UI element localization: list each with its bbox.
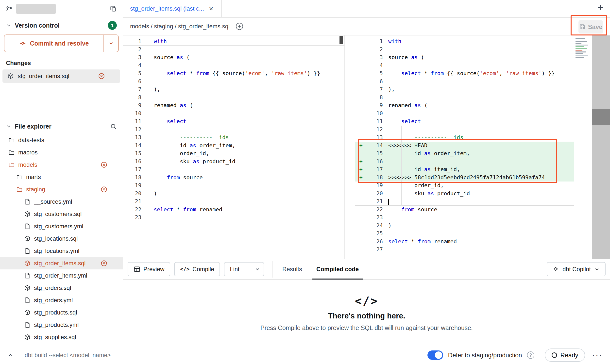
code-line-22[interactable]: 22 from source [355,206,574,214]
code-line-21[interactable]: 21 [123,198,344,206]
changed-file-row[interactable]: stg_order_items.sql [2,69,120,83]
code-line-14[interactable]: +14<<<<<<< HEAD [355,142,574,150]
new-tab-icon[interactable]: + [597,2,604,13]
file-item-stg-products-sql[interactable]: stg_products.sql [0,306,123,319]
editor-scrollbar-track[interactable] [592,35,610,259]
code-line-25[interactable]: 25 [355,230,574,238]
code-line-19[interactable]: 19 [123,182,344,190]
version-control-header[interactable]: Version control 1 [0,18,123,33]
code-line-5[interactable]: 5 select * from {{ source('ecom', 'raw_i… [123,69,344,78]
save-button[interactable]: Save [578,20,603,33]
minimap[interactable] [574,35,592,259]
copy-icon[interactable] [110,5,117,12]
code-line-20[interactable]: 20 sku as product_id [355,190,574,198]
code-line-18[interactable]: +18>>>>>>> 58c1dd23d5eebd9cd2495fa7124ab… [355,174,574,182]
file-item-stg-customers-yml[interactable]: stg_customers.yml [0,220,123,232]
code-line-16[interactable]: +16======= [355,158,574,166]
code-line-14[interactable]: 14 id as order_item, [123,142,344,150]
more-options-icon[interactable]: ··· [592,353,603,357]
code-line-6[interactable]: 6 [123,78,344,86]
code-line-4[interactable]: 4 [355,62,574,70]
code-line-10[interactable]: 10 [355,110,574,118]
commit-options-caret[interactable] [104,35,118,52]
code-line-27[interactable]: 27 [355,246,574,254]
lint-button[interactable]: Lint [224,262,264,276]
preview-button[interactable]: Preview [128,262,170,276]
code-line-19[interactable]: 19 order_id, [355,182,574,190]
editor-pane-left[interactable]: 1with23source as (45 select * from {{ so… [123,35,345,259]
help-icon[interactable]: ? [527,351,534,359]
code-line-7[interactable]: 7), [123,85,344,94]
code-line-26[interactable]: 26select * from renamed [355,238,574,246]
code-text [383,246,388,254]
code-line-5[interactable]: 5 select * from {{ source('ecom', 'raw_i… [355,69,574,78]
code-line-1[interactable]: 1with [123,37,344,46]
code-line-9[interactable]: 9renamed as ( [355,101,574,110]
copilot-badge-icon[interactable] [235,22,244,31]
code-line-12[interactable]: 12 [355,126,574,134]
defer-toggle[interactable] [427,350,443,360]
file-item-marts[interactable]: marts [0,171,123,183]
file-item-stg-locations-sql[interactable]: stg_locations.sql [0,232,123,245]
code-line-6[interactable]: 6 [355,78,574,86]
code-line-3[interactable]: 3source as ( [355,53,574,62]
code-line-4[interactable]: 4 [123,62,344,70]
code-line-18[interactable]: 18 from source [123,174,344,182]
left-pane-scrollbar-thumb[interactable] [339,36,343,44]
command-input[interactable]: dbt build --select <model_name> [25,352,111,359]
code-line-22[interactable]: 22select * from renamed [123,206,344,214]
search-icon[interactable] [110,123,117,130]
code-line-8[interactable]: 8 [123,94,344,102]
file-item-stg-orders-sql[interactable]: stg_orders.sql [0,282,123,294]
tab-results[interactable]: Results [277,259,307,280]
file-item-stg-order-items-sql[interactable]: stg_order_items.sql [0,257,123,269]
file-item-stg-order-items-yml[interactable]: stg_order_items.yml [0,269,123,282]
code-line-9[interactable]: 9renamed as ( [123,101,344,110]
code-line-16[interactable]: 16 sku as product_id [123,158,344,166]
code-line-20[interactable]: 20) [123,190,344,198]
code-line-17[interactable]: 17 [123,165,344,174]
code-line-7[interactable]: 7), [355,85,574,94]
code-line-1[interactable]: 1with [355,37,574,46]
code-line-8[interactable]: 8 [355,94,574,102]
code-line-17[interactable]: +17 id as item_id, [355,165,574,174]
close-tab-icon[interactable]: × [209,5,213,12]
tab-compiled-code[interactable]: Compiled code [311,259,364,280]
ready-status-button[interactable]: Ready [545,348,585,362]
collapse-panel-icon[interactable] [7,352,14,358]
commit-and-resolve-button[interactable]: Commit and resolve [4,34,119,52]
dbt-copilot-button[interactable]: dbt Copilot [547,262,606,276]
code-line-13[interactable]: 13 ---------- ids [123,133,344,142]
file-item-data-tests[interactable]: data-tests [0,134,123,146]
file-item-stg-supplies-sql[interactable]: stg_supplies.sql [0,331,123,343]
code-line-13[interactable]: 13 ---------- ids [355,133,574,142]
file-explorer-header[interactable]: File explorer [0,119,123,134]
code-line-2[interactable]: 2 [123,46,344,54]
file-item-stg-locations-yml[interactable]: stg_locations.yml [0,245,123,257]
editor-pane-right[interactable]: 1with23source as (45 select * from {{ so… [355,35,574,259]
code-line-15[interactable]: 15 order_id, [123,149,344,158]
code-line-15[interactable]: 15 id as order_item, [355,149,574,158]
code-line-10[interactable]: 10 [123,110,344,118]
code-line-3[interactable]: 3source as ( [123,53,344,62]
editor-scrollbar-thumb[interactable] [592,109,610,125]
file-item-models[interactable]: models [0,159,123,171]
lint-options-caret[interactable] [251,263,264,276]
tab-stg-order-items[interactable]: stg_order_items.sql (last c... × [123,0,222,17]
code-line-23[interactable]: 23 [355,214,574,222]
code-line-23[interactable]: 23 [123,214,344,222]
file-item-stg-orders-yml[interactable]: stg_orders.yml [0,294,123,306]
file-item-stg-products-yml[interactable]: stg_products.yml [0,319,123,331]
compile-button[interactable]: </> Compile [174,262,220,276]
file-item--sources-yml[interactable]: __sources.yml [0,196,123,208]
lint-label[interactable]: Lint [224,263,245,276]
code-line-24[interactable]: 24) [355,222,574,230]
file-item-stg-customers-sql[interactable]: stg_customers.sql [0,208,123,220]
code-line-11[interactable]: 11 select [123,117,344,126]
file-item-macros[interactable]: macros [0,146,123,159]
code-line-21[interactable]: 21 [355,198,574,206]
code-line-2[interactable]: 2 [355,46,574,54]
code-line-11[interactable]: 11 select [355,117,574,126]
file-item-staging[interactable]: staging [0,183,123,196]
code-line-12[interactable]: 12 [123,126,344,134]
